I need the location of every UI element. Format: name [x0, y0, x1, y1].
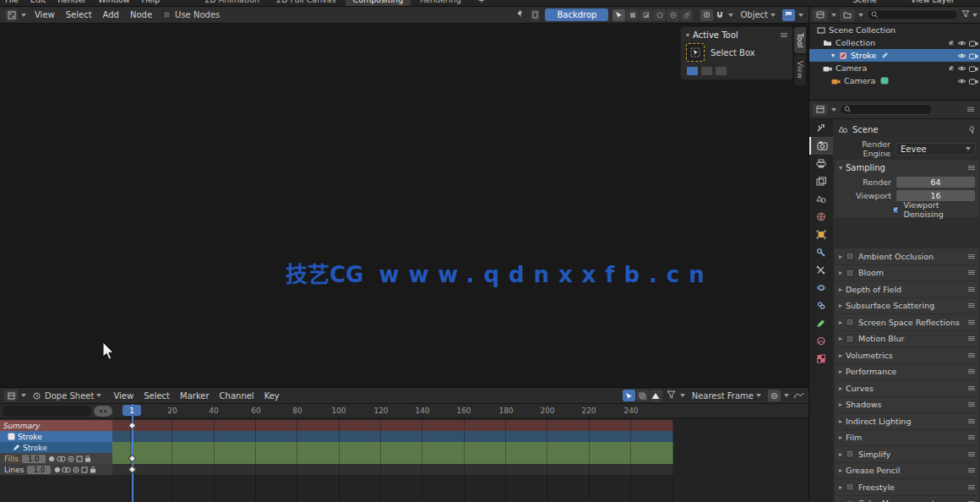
outliner-row-stroke[interactable]: ▾ Stroke — [809, 49, 980, 62]
section-simplify[interactable]: ▸Simplify — [835, 446, 979, 462]
channel-fills[interactable]: Fills 1.0 ● — [0, 453, 112, 464]
backdrop-channel-z-icon[interactable] — [667, 9, 679, 21]
render-engine-dropdown[interactable]: Eevee — [896, 143, 976, 156]
sampling-menu-icon[interactable] — [968, 167, 975, 168]
select-mode-new-button[interactable] — [686, 66, 699, 76]
section-grease-pencil[interactable]: ▸Grease Pencil — [835, 463, 979, 479]
section-depth-of-field[interactable]: ▸Depth of Field — [835, 281, 979, 297]
workspace-tab-2d-animation[interactable]: 2D Animation — [197, 0, 267, 6]
mask-icon[interactable] — [73, 467, 79, 473]
properties-editor-caret[interactable] — [831, 108, 836, 112]
backdrop-move-icon[interactable] — [531, 9, 540, 21]
grid-row-stroke-object[interactable] — [112, 431, 673, 442]
only-selected-toggle-icon[interactable] — [623, 390, 635, 401]
panel-menu-icon[interactable] — [781, 35, 787, 35]
outliner-row-scene-collection[interactable]: Scene Collection — [809, 24, 980, 36]
section-indirect-lighting[interactable]: ▸Indirect Lighting — [835, 413, 979, 429]
compositor-canvas[interactable]: 技艺CGwww.qdnxxfb.cn ▾ Active Tool Select … — [0, 24, 808, 387]
render-camera-icon[interactable] — [969, 39, 978, 46]
tab-tool-icon[interactable] — [809, 119, 833, 137]
sidebar-tab-view[interactable]: View — [794, 55, 806, 85]
workspace-add-tab[interactable]: + — [471, 0, 493, 6]
dope-editor-caret[interactable] — [21, 394, 26, 397]
dope-menu-select[interactable]: Select — [144, 391, 170, 401]
menu-edit[interactable]: Edit — [30, 0, 46, 4]
onion-skin-icon[interactable] — [57, 456, 66, 462]
node-menu-add[interactable]: Add — [103, 10, 119, 19]
workspace-tab-compositing[interactable]: Compositing — [346, 0, 411, 6]
sampling-viewport-value[interactable]: 16 — [896, 190, 975, 201]
section-checkbox[interactable] — [846, 269, 854, 277]
section-checkbox[interactable] — [846, 318, 854, 326]
eye-icon[interactable] — [957, 78, 966, 85]
backdrop-channel-color-icon[interactable] — [640, 9, 652, 21]
tab-world-icon[interactable] — [809, 208, 833, 226]
layer-opacity-value[interactable]: 1.0 — [22, 455, 46, 463]
dope-menu-marker[interactable]: Marker — [180, 391, 210, 401]
backdrop-image-caret[interactable] — [798, 14, 803, 17]
editor-type-caret[interactable] — [21, 14, 26, 17]
outliner-collection-icon[interactable] — [840, 9, 855, 21]
section-checkbox[interactable] — [846, 335, 854, 343]
current-frame-indicator[interactable]: 1 — [122, 405, 141, 416]
tab-output-icon[interactable] — [809, 155, 833, 172]
exclude-checkbox[interactable]: ✓ — [948, 40, 955, 46]
workspace-tab-rendering[interactable]: Rendering — [412, 0, 469, 6]
snap-mode-dropdown[interactable]: Nearest Frame — [692, 391, 761, 401]
pin-icon[interactable] — [968, 125, 976, 134]
outliner-filter-icon[interactable] — [961, 10, 970, 19]
select-mode-subtract-button[interactable] — [715, 66, 727, 76]
section-color-management[interactable]: ▸Color Management — [835, 496, 979, 502]
menu-window[interactable]: Window — [98, 0, 129, 4]
layer-opacity-value[interactable]: 1.0 — [27, 466, 51, 474]
sampling-render-value[interactable]: 64 — [896, 177, 975, 188]
workspace-tab-2d-full-canvas[interactable]: 2D Full Canvas — [269, 0, 344, 6]
select-mode-extend-button[interactable] — [700, 66, 713, 76]
outliner-row-camera[interactable]: Camera ✓ — [809, 62, 980, 74]
playhead-line[interactable] — [132, 404, 133, 502]
mask-icon[interactable] — [68, 456, 74, 462]
backdrop-toggle-button[interactable]: Backdrop — [545, 8, 608, 21]
snap-magnet-icon[interactable] — [716, 10, 724, 20]
outliner-filter-caret[interactable] — [972, 14, 977, 17]
channel-filter-toggle[interactable] — [94, 406, 112, 417]
channel-box-icon[interactable] — [81, 467, 88, 473]
grid-row-summary[interactable] — [112, 420, 673, 431]
onion-skin-icon[interactable] — [62, 467, 71, 473]
filters-caret[interactable] — [680, 394, 685, 397]
dope-menu-view[interactable]: View — [113, 391, 133, 401]
outliner-display-mode-icon[interactable] — [813, 9, 828, 21]
view-layer-selector[interactable]: View Layer — [911, 0, 955, 4]
dot-icon[interactable]: ● — [54, 467, 60, 473]
outliner-display-caret[interactable] — [831, 14, 836, 17]
render-camera-icon[interactable] — [969, 77, 978, 85]
dot-icon[interactable]: ● — [49, 456, 55, 462]
section-shadows[interactable]: ▸Shadows — [835, 397, 979, 413]
section-checkbox[interactable] — [846, 252, 854, 260]
section-checkbox[interactable] — [846, 483, 854, 491]
backdrop-channel-alpha-icon[interactable] — [653, 9, 666, 21]
node-menu-view[interactable]: View — [35, 10, 55, 19]
tab-view-layer-icon[interactable] — [809, 172, 833, 190]
proportional-edit-icon[interactable] — [768, 390, 781, 401]
section-curves[interactable]: ▸Curves — [835, 380, 979, 396]
section-freestyle[interactable]: ▸Freestyle — [835, 479, 979, 495]
breadcrumb-scene[interactable]: Scene — [852, 125, 879, 134]
show-hidden-toggle-icon[interactable] — [636, 390, 649, 401]
channel-box-icon[interactable] — [76, 456, 83, 462]
node-menu-node[interactable]: Node — [130, 10, 152, 19]
channel-stroke-data[interactable]: Stroke — [0, 442, 112, 453]
overlay-toggle-icon[interactable] — [700, 9, 713, 21]
menu-file[interactable]: File — [5, 0, 19, 4]
grid-row-stroke-data[interactable] — [112, 442, 673, 453]
menu-render[interactable]: Render — [57, 0, 86, 4]
render-camera-icon[interactable] — [969, 64, 978, 72]
tab-modifiers-icon[interactable] — [809, 243, 833, 261]
properties-options-icon[interactable] — [967, 109, 974, 110]
section-performance[interactable]: ▸Performance — [835, 364, 979, 380]
section-bloom[interactable]: ▸Bloom — [835, 265, 979, 281]
dope-menu-channel[interactable]: Channel — [220, 391, 254, 401]
tab-object-icon[interactable] — [809, 226, 833, 243]
outliner-search-input[interactable] — [867, 9, 958, 20]
backdrop-image-icon[interactable] — [782, 9, 795, 21]
